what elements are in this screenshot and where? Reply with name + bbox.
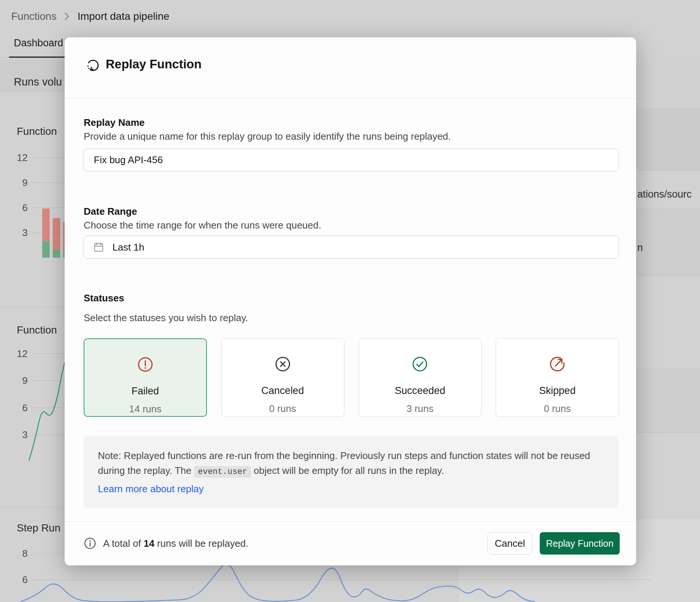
svg-text:9: 9: [22, 177, 28, 188]
skipped-status-card[interactable]: Skipped 0 runs: [496, 338, 619, 417]
status-card-runs: 3 runs: [359, 403, 481, 415]
status-card-label: Succeeded: [359, 385, 481, 397]
status-card-runs: 14 runs: [84, 403, 206, 415]
section-divider: [0, 307, 65, 307]
breadcrumb-current-page: Import data pipeline: [77, 10, 169, 22]
svg-text:3: 3: [22, 227, 28, 238]
canceled-status-card[interactable]: Canceled 0 runs: [221, 338, 344, 417]
date-range-value: Last 1h: [112, 242, 144, 253]
succeeded-status-card[interactable]: Succeeded 3 runs: [359, 338, 482, 417]
cancel-button[interactable]: Cancel: [487, 532, 532, 555]
summary-text: A total of 14 runs will be replayed.: [103, 538, 248, 549]
failed-alert-icon: [84, 356, 206, 373]
status-card-label: Failed: [84, 385, 206, 397]
svg-text:6: 6: [22, 202, 28, 213]
svg-text:8: 8: [22, 548, 28, 559]
svg-text:9: 9: [22, 375, 28, 386]
failed-status-card[interactable]: Failed 14 runs: [84, 338, 207, 417]
replay-summary: A total of 14 runs will be replayed.: [84, 537, 248, 550]
replay-icon: [85, 58, 101, 75]
skipped-arrow-icon: [496, 355, 619, 373]
modal-header-divider: [65, 98, 636, 99]
canceled-x-circle-icon: [222, 355, 344, 373]
status-cards-row: Failed 14 runs Canceled 0 runs Succeeded…: [84, 338, 619, 417]
svg-text:3: 3: [22, 429, 28, 440]
replay-function-button[interactable]: Replay Function: [540, 532, 620, 555]
statuses-description: Select the statuses you wish to replay.: [84, 312, 248, 324]
summary-count: 14: [143, 538, 154, 549]
breadcrumb-functions-link[interactable]: Functions: [11, 10, 56, 22]
learn-more-link[interactable]: Learn more about replay: [98, 481, 204, 496]
right-table-cell-text: n: [637, 242, 643, 254]
date-range-label: Date Range: [84, 206, 137, 217]
note-text-after: object will be empty for all runs in the…: [251, 465, 444, 476]
status-card-label: Canceled: [222, 385, 344, 397]
svg-text:12: 12: [17, 348, 28, 359]
modal-footer: A total of 14 runs will be replayed. Can…: [84, 521, 620, 565]
status-card-runs: 0 runs: [496, 403, 619, 415]
svg-text:6: 6: [22, 574, 28, 585]
replay-name-label: Replay Name: [84, 117, 145, 128]
runs-volume-section-title: Runs volu: [14, 76, 62, 88]
chart1-title: Function: [17, 125, 57, 137]
active-tab-underline: [9, 56, 65, 58]
chart3-title: Step Run: [17, 522, 61, 534]
status-card-label: Skipped: [496, 385, 619, 397]
svg-text:6: 6: [22, 402, 28, 413]
calendar-icon: [93, 242, 104, 253]
chart2-title: Function: [17, 324, 57, 336]
right-table-cell-text: ations/sourc: [637, 189, 692, 200]
tab-dashboard[interactable]: Dashboard: [14, 37, 63, 49]
succeeded-check-circle-icon: [359, 355, 481, 373]
replay-note: Note: Replayed functions are re-run from…: [84, 436, 619, 508]
replay-name-input[interactable]: [84, 149, 619, 171]
date-range-picker[interactable]: Last 1h: [84, 236, 619, 259]
replay-name-description: Provide a unique name for this replay gr…: [84, 131, 451, 142]
svg-text:12: 12: [17, 152, 28, 163]
section-divider: [0, 507, 65, 508]
info-icon: [84, 537, 96, 550]
breadcrumb: Functions Import data pipeline: [11, 10, 169, 22]
statuses-label: Statuses: [84, 292, 124, 304]
replay-function-modal: Replay Function Replay Name Provide a un…: [65, 37, 636, 565]
modal-title: Replay Function: [106, 57, 202, 71]
chevron-right-icon: [63, 12, 71, 21]
status-card-runs: 0 runs: [222, 403, 344, 415]
event-user-code-chip: event.user: [194, 466, 251, 478]
date-range-description: Choose the time range for when the runs …: [84, 220, 321, 231]
